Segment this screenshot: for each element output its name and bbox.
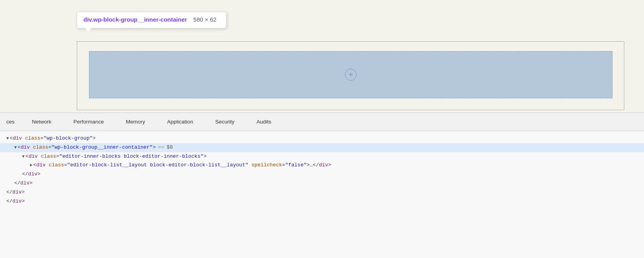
html-line-5: </div> [0, 170, 644, 179]
tab-security[interactable]: Security [204, 113, 246, 131]
tab-performance[interactable]: Performance [63, 113, 115, 131]
html-line-3[interactable]: ▼ <div class="editor-inner-blocks block-… [0, 152, 644, 161]
html-line-6: </div> [0, 179, 644, 188]
html-inspector: ▼ <div class="wp-block-group"> ▼ <div cl… [0, 131, 644, 209]
tab-ces-label: ces [6, 119, 15, 125]
highlighted-block[interactable]: + [89, 51, 613, 98]
tab-network-label: Network [32, 119, 52, 125]
html-line-8: </div> [0, 197, 644, 206]
tab-network[interactable]: Network [21, 113, 63, 131]
expand-arrow-2[interactable]: ▼ [14, 144, 17, 151]
devtools-tab-bar: ces Network Performance Memory Applicati… [0, 113, 644, 131]
tooltip-selector: div.wp-block-group__inner-container [83, 16, 187, 23]
add-block-icon[interactable]: + [345, 69, 357, 81]
html-line-7: </div> [0, 188, 644, 197]
expand-arrow-1[interactable]: ▼ [6, 135, 9, 142]
tooltip-dimensions: 580 × 62 [193, 16, 217, 23]
html-line-2[interactable]: ▼ <div class="wp-block-group__inner-cont… [0, 143, 644, 152]
expand-arrow-4[interactable]: ► [30, 162, 33, 169]
devtools-panel: ces Network Performance Memory Applicati… [0, 112, 644, 258]
tab-performance-label: Performance [74, 119, 104, 125]
preview-area: div.wp-block-group__inner-container580 ×… [0, 0, 644, 114]
tab-ces[interactable]: ces [0, 113, 21, 131]
html-line-1[interactable]: ▼ <div class="wp-block-group"> [0, 134, 644, 143]
expand-arrow-3[interactable]: ▼ [22, 153, 25, 160]
tab-application[interactable]: Application [156, 113, 204, 131]
tab-audits-label: Audits [256, 119, 271, 125]
tab-memory[interactable]: Memory [115, 113, 156, 131]
element-tooltip: div.wp-block-group__inner-container580 ×… [77, 12, 226, 28]
tab-security-label: Security [215, 119, 235, 125]
tab-audits[interactable]: Audits [245, 113, 282, 131]
tab-memory-label: Memory [126, 119, 145, 125]
tab-application-label: Application [167, 119, 193, 125]
html-line-4[interactable]: ► <div class="editor-block-list__layout … [0, 161, 644, 170]
